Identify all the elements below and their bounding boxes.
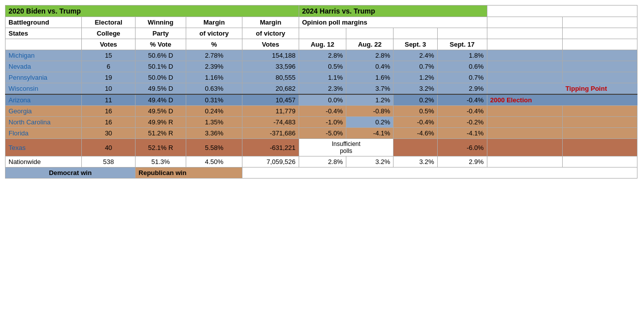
state-link[interactable]: Arizona (9, 96, 31, 104)
poll-aug22: 3.7% (346, 83, 394, 95)
margin-votes: -631,221 (242, 139, 299, 156)
margin-pct: 1.16% (186, 72, 242, 83)
state-name[interactable]: Wisconsin (6, 83, 82, 95)
col-college: College (82, 28, 136, 39)
table-row: Georgia 16 49.5% D 0.24% 11,779 -0.4% -0… (6, 106, 637, 117)
state-link[interactable]: Michigan (9, 52, 35, 59)
poll-sept3: -0.4% (394, 117, 437, 128)
poll-sept17: 2.9% (437, 83, 487, 95)
ev-votes: 15 (82, 50, 136, 61)
state-link[interactable]: Pennsylvania (9, 74, 47, 81)
poll-aug12: 0.5% (299, 61, 346, 72)
margin-pct: 0.31% (186, 94, 242, 106)
footer-row: Democrat win Republican win (6, 168, 637, 179)
poll-sept3: 2.4% (394, 50, 437, 61)
col-of-victory1: of victory (186, 28, 242, 39)
poll-sept17: -0.4% (437, 94, 487, 106)
note1 (487, 83, 562, 95)
poll-aug22: 2.8% (346, 50, 394, 61)
winning-party: 49.5% D (136, 106, 186, 117)
poll-aug22: 1.6% (346, 72, 394, 83)
col-votes-label (6, 39, 82, 50)
col-empty10 (562, 39, 637, 50)
col-opinion-poll: Opinion poll margins (299, 17, 487, 28)
margin-pct: 0.63% (186, 83, 242, 95)
col-empty3 (299, 28, 346, 39)
note2 (562, 156, 637, 168)
state-name[interactable]: Georgia (6, 106, 82, 117)
col-of-victory2: of victory (242, 28, 299, 39)
nationwide-ev: 538 (82, 156, 136, 168)
state-link[interactable]: Georgia (9, 107, 32, 115)
state-link[interactable]: Florida (9, 129, 29, 137)
state-name[interactable]: Texas (6, 139, 82, 156)
col-sept17: Sept. 17 (437, 39, 487, 50)
note2 (562, 94, 637, 106)
election-2000-label: 2000 Election (487, 94, 562, 106)
ev-votes: 10 (82, 83, 136, 95)
margin-votes: 20,682 (242, 83, 299, 95)
margin-pct: 2.39% (186, 61, 242, 72)
col-empty7 (487, 28, 562, 39)
margin-votes: 33,596 (242, 61, 299, 72)
poll-sept3: 1.2% (394, 72, 437, 83)
note1 (487, 106, 562, 117)
table-row: Nevada 6 50.1% D 2.39% 33,596 0.5% 0.4% … (6, 61, 637, 72)
winning-party: 52.1% R (136, 139, 186, 156)
poll-aug12: 2.3% (299, 83, 346, 95)
note2 (562, 50, 637, 61)
state-link[interactable]: North Carolina (9, 118, 51, 126)
poll-sept3: 0.5% (394, 106, 437, 117)
state-name[interactable]: Arizona (6, 94, 82, 106)
poll-sept17: 0.6% (437, 61, 487, 72)
ev-votes: 30 (82, 128, 136, 139)
poll-sept17: 1.8% (437, 50, 487, 61)
poll-sept3: 3.2% (394, 83, 437, 95)
col-empty2 (562, 17, 637, 28)
poll-aug22: 0.4% (346, 61, 394, 72)
note2 (562, 72, 637, 83)
margin-pct: 2.78% (186, 50, 242, 61)
header-2024: 2024 Harris vs. Trump (299, 6, 487, 17)
poll-aug22: 0.2% (346, 117, 394, 128)
margin-votes: 10,457 (242, 94, 299, 106)
nationwide-aug12: 2.8% (299, 156, 346, 168)
state-link[interactable]: Texas (9, 144, 26, 151)
header-empty (487, 6, 637, 17)
nationwide-sept3: 3.2% (394, 156, 437, 168)
state-link[interactable]: Wisconsin (9, 85, 38, 92)
table-row: Arizona 11 49.4% D 0.31% 10,457 0.0% 1.2… (6, 94, 637, 106)
table-row: Michigan 15 50.6% D 2.78% 154,188 2.8% 2… (6, 50, 637, 61)
nationwide-margin-pct: 4.50% (186, 156, 242, 168)
poll-aug22: -4.1% (346, 128, 394, 139)
winning-party: 49.5% D (136, 83, 186, 95)
poll-aug12: 2.8% (299, 50, 346, 61)
nationwide-label: Nationwide (6, 156, 82, 168)
poll-aug12: -0.4% (299, 106, 346, 117)
state-name[interactable]: Florida (6, 128, 82, 139)
state-name[interactable]: Nevada (6, 61, 82, 72)
poll-sept3 (394, 139, 437, 156)
col-empty1 (487, 17, 562, 28)
ev-votes: 40 (82, 139, 136, 156)
note2 (562, 128, 637, 139)
col-aug12: Aug. 12 (299, 39, 346, 50)
poll-sept17: -6.0% (437, 139, 487, 156)
poll-sept3: 0.2% (394, 94, 437, 106)
footer-empty (242, 168, 637, 179)
margin-pct: 5.58% (186, 139, 242, 156)
footer-dem: Democrat win (6, 168, 136, 179)
state-link[interactable]: Nevada (9, 63, 31, 70)
poll-aug22: -0.8% (346, 106, 394, 117)
state-name[interactable]: Pennsylvania (6, 72, 82, 83)
margin-votes: 80,555 (242, 72, 299, 83)
margin-votes: 154,188 (242, 50, 299, 61)
margin-votes: -371,686 (242, 128, 299, 139)
poll-aug12: 0.0% (299, 94, 346, 106)
col-electoral: Electoral (82, 17, 136, 28)
note1 (487, 139, 562, 156)
state-name[interactable]: North Carolina (6, 117, 82, 128)
state-name[interactable]: Michigan (6, 50, 82, 61)
main-table: 2020 Biden vs. Trump 2024 Harris vs. Tru… (5, 5, 637, 179)
ev-votes: 6 (82, 61, 136, 72)
